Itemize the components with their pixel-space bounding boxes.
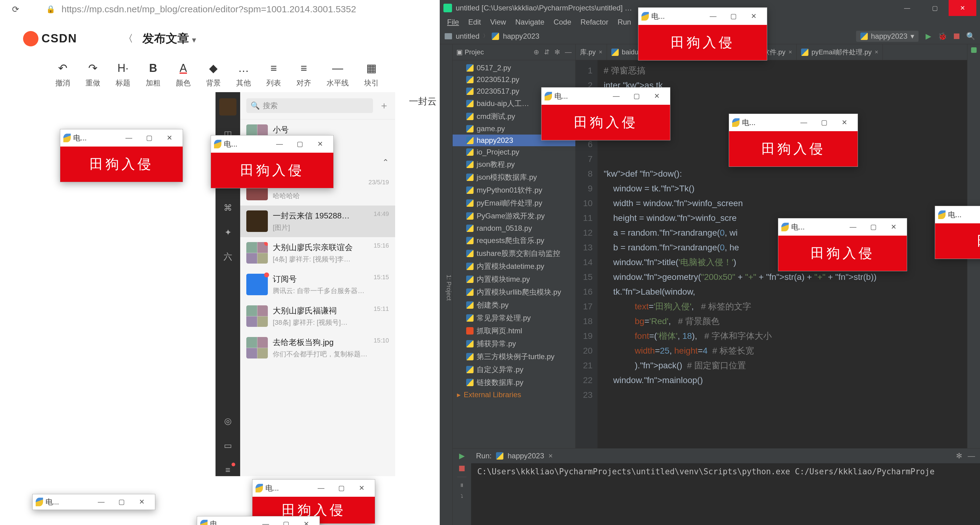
maximize-button[interactable]: ▢: [723, 12, 743, 20]
close-button[interactable]: ✕: [296, 520, 317, 525]
minimize-button[interactable]: —: [119, 134, 139, 142]
tree-item[interactable]: 抓取网页.html: [453, 324, 575, 337]
minimize-button[interactable]: —: [91, 498, 111, 506]
redo-button[interactable]: ↷重做: [86, 62, 100, 88]
url-text[interactable]: https://mp.csdn.net/mp_blog/creation/edi…: [62, 4, 356, 14]
chat-item[interactable]: 去给老板当狗.jpg你们不会都手打吧，复制标题… 15:10: [240, 332, 395, 364]
close-icon[interactable]: ×: [548, 452, 552, 460]
tree-item[interactable]: tushare股票交割自动监控: [453, 247, 575, 260]
close-icon[interactable]: ×: [599, 49, 602, 56]
align-button[interactable]: ≡对齐: [296, 62, 311, 88]
tk-titlebar[interactable]: 电...—▢✕: [541, 87, 670, 105]
tk-prank-window[interactable]: 电...—▢✕ 田狗入侵: [60, 129, 183, 182]
maximize-button[interactable]: ▢: [111, 498, 132, 506]
tree-item[interactable]: 内置模块time.py: [453, 273, 575, 286]
page-title[interactable]: 发布文章 ▾: [142, 31, 196, 46]
tree-item[interactable]: 0517_2.py: [453, 62, 575, 74]
minimize-button[interactable]: —: [269, 140, 290, 148]
minimize-button[interactable]: —: [606, 92, 626, 100]
tk-titlebar[interactable]: 电...—▢✕: [729, 114, 858, 131]
hide-icon[interactable]: —: [968, 452, 975, 460]
stop-button[interactable]: [952, 32, 961, 41]
hide-icon[interactable]: —: [565, 48, 572, 56]
step-icon[interactable]: ⤵: [461, 494, 463, 499]
external-libraries[interactable]: ▸ External Libraries: [453, 389, 575, 401]
menu-file[interactable]: File: [443, 17, 463, 28]
phone-icon[interactable]: ▭: [222, 439, 234, 452]
close-button[interactable]: ✕: [310, 140, 330, 148]
heading-button[interactable]: H·标题: [116, 62, 130, 88]
close-button[interactable]: ✕: [352, 484, 372, 492]
menu-navigate[interactable]: Navigate: [511, 17, 549, 28]
lock-icon[interactable]: 🔒: [46, 5, 55, 14]
tk-titlebar[interactable]: 电...—▢✕: [33, 494, 155, 510]
star-icon[interactable]: ✦: [222, 226, 234, 238]
tk-titlebar[interactable]: 电...—▢✕: [60, 129, 183, 146]
user-avatar[interactable]: [219, 98, 237, 116]
close-button[interactable]: ✕: [159, 134, 180, 142]
tree-item[interactable]: 第三方模块例子turtle.py: [453, 350, 575, 363]
tree-item[interactable]: io_Project.py: [453, 146, 575, 158]
menu-run[interactable]: Run: [613, 17, 635, 28]
tree-item[interactable]: 自定义异常.py: [453, 363, 575, 376]
list-button[interactable]: ≡列表: [266, 62, 281, 88]
gear-icon[interactable]: ✻: [956, 452, 962, 460]
maximize-button[interactable]: ▢: [921, 0, 949, 16]
menu-view[interactable]: View: [486, 17, 511, 28]
back-button[interactable]: 〈: [123, 32, 133, 46]
debug-button[interactable]: 🐞: [938, 32, 947, 41]
pause-icon[interactable]: ⏸: [460, 482, 465, 488]
bold-button[interactable]: B加粗: [146, 62, 161, 88]
tree-item[interactable]: PyGame游戏开发.py: [453, 209, 575, 222]
tree-item[interactable]: 捕获异常.py: [453, 337, 575, 350]
editor-body-text[interactable]: 一封云: [409, 95, 437, 108]
editor-tab[interactable]: pyEmail邮件处理.py×: [797, 44, 883, 60]
moments-icon[interactable]: ⌘: [222, 201, 234, 214]
run-config-selector[interactable]: happy2023 ▾: [856, 31, 918, 42]
chat-item[interactable]: 大别山廖氏福谦祠[38条] 廖祥开: [视频号]… 15:11: [240, 300, 395, 332]
minimize-button[interactable]: —: [893, 0, 921, 16]
close-icon[interactable]: ×: [875, 49, 878, 56]
tk-prank-window[interactable]: 电...—▢✕ 田狗入侵: [638, 7, 767, 60]
tk-prank-window[interactable]: 电...—▢✕ 田狗入侵: [778, 218, 907, 271]
menu-edit[interactable]: Edit: [464, 17, 485, 28]
undo-button[interactable]: ↶撤消: [55, 62, 70, 88]
tree-item[interactable]: 内置模块urllib爬虫模块.py: [453, 286, 575, 298]
bgcolor-button[interactable]: ◆背景: [206, 62, 221, 88]
chat-item[interactable]: 订阅号腾讯云: 自带一千多台服务器… 15:15: [240, 269, 395, 300]
tree-item[interactable]: 创建类.py: [453, 298, 575, 311]
add-button[interactable]: ＋: [379, 99, 389, 113]
maximize-button[interactable]: ▢: [863, 223, 883, 231]
close-button[interactable]: ✕: [883, 223, 904, 231]
tk-prank-window[interactable]: 电...—▢✕: [197, 516, 320, 525]
tk-titlebar[interactable]: 电...—▢✕: [638, 8, 767, 25]
close-button[interactable]: ✕: [647, 92, 667, 100]
close-icon[interactable]: ×: [788, 49, 792, 56]
tk-titlebar[interactable]: 电...—▢✕: [197, 516, 320, 525]
tk-prank-window[interactable]: 电...—▢✕ 田狗入侵: [729, 114, 858, 167]
chat-item[interactable]: 一封云来信 195288…[图片] 14:49: [240, 206, 395, 237]
tree-item[interactable]: json模拟数据库.py: [453, 171, 575, 184]
nav-file[interactable]: happy2023: [503, 32, 539, 41]
tree-item[interactable]: 常见异常处理.py: [453, 311, 575, 324]
run-output[interactable]: C:\Users\kkkliao\PycharmProjects\untitle…: [471, 463, 980, 525]
close-button[interactable]: ✕: [949, 0, 976, 16]
tree-item[interactable]: myPython01软件.py: [453, 184, 575, 197]
tree-item[interactable]: 内置模块datetime.py: [453, 260, 575, 273]
menu-code[interactable]: Code: [549, 17, 575, 28]
menu-refactor[interactable]: Refactor: [576, 17, 613, 28]
search-everywhere-icon[interactable]: 🔍: [966, 32, 975, 41]
tree-item[interactable]: requests爬虫音乐.py: [453, 234, 575, 247]
tree-item[interactable]: 链接数据库.py: [453, 376, 575, 389]
rerun-button[interactable]: ▶: [459, 452, 465, 460]
tree-item[interactable]: 20230512.py: [453, 74, 575, 86]
tk-prank-window[interactable]: 电... 田: [935, 206, 980, 259]
color-button[interactable]: A颜色: [176, 62, 191, 88]
blockquote-button[interactable]: ▦块引: [364, 62, 379, 88]
close-button[interactable]: ✕: [834, 119, 854, 127]
hr-button[interactable]: —水平线: [326, 62, 349, 88]
minimize-button[interactable]: —: [311, 484, 331, 492]
project-toolwindow-tab[interactable]: 1: Project: [440, 44, 453, 525]
close-button[interactable]: ✕: [743, 12, 764, 20]
tree-item[interactable]: pyEmail邮件处理.py: [453, 197, 575, 209]
